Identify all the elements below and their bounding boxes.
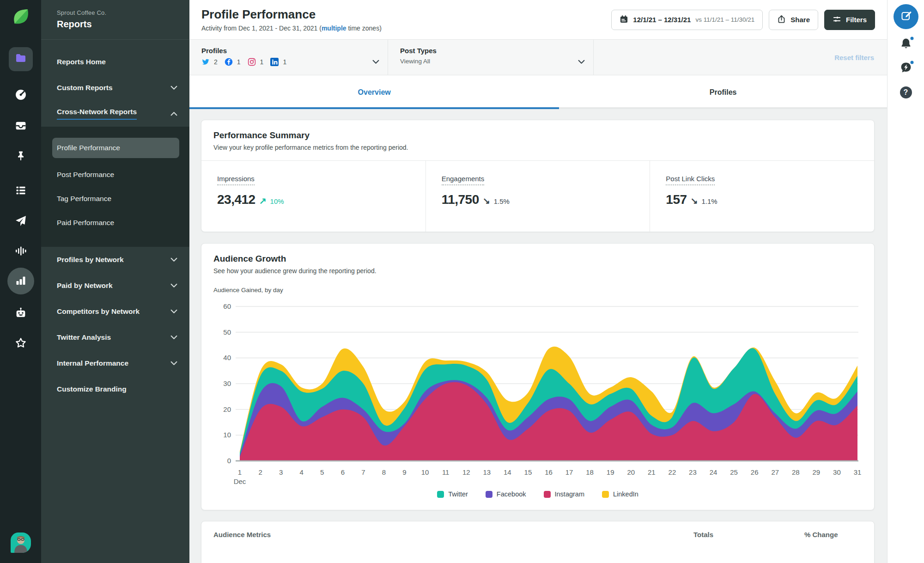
svg-text:29: 29 <box>813 468 821 476</box>
notifications-bell-icon[interactable] <box>900 37 912 52</box>
audience-growth-chart: 0102030405060123456789101112131415161718… <box>201 294 874 486</box>
sidebar-subitem-paid-performance[interactable]: Paid Performance <box>41 211 189 235</box>
legend-item-twitter[interactable]: Twitter <box>437 490 468 498</box>
paper-plane-icon[interactable] <box>14 215 27 227</box>
sidebar-subitem-profile-performance[interactable]: Profile Performance <box>52 138 179 158</box>
svg-text:14: 14 <box>504 468 511 476</box>
sprout-logo-icon[interactable] <box>12 7 30 26</box>
whats-new-icon[interactable] <box>900 61 912 76</box>
legend-item-facebook[interactable]: Facebook <box>486 490 526 498</box>
sidebar-nav-lower: Profiles by NetworkPaid by NetworkCompet… <box>41 247 189 402</box>
gauge-icon[interactable] <box>14 89 27 101</box>
svg-text:50: 50 <box>223 328 231 336</box>
sidebar-subitem-tag-performance[interactable]: Tag Performance <box>41 187 189 211</box>
chevron-down-icon <box>170 86 177 90</box>
legend-label: Twitter <box>448 490 468 498</box>
svg-text:40: 40 <box>223 354 231 361</box>
date-compare-value: vs 11/1/21 – 11/30/21 <box>695 16 754 23</box>
rail-reports-folder-active[interactable] <box>9 47 33 71</box>
share-button[interactable]: Share <box>769 10 818 30</box>
metric-change: 10% <box>270 197 284 205</box>
bot-icon[interactable] <box>14 307 27 319</box>
notification-dot <box>909 36 914 41</box>
chevron-up-icon <box>170 111 177 116</box>
metric-label[interactable]: Post Link Clicks <box>666 175 715 185</box>
subtitle-text-end: time zones) <box>346 24 382 32</box>
multiple-timezones-link[interactable]: multiple <box>322 24 346 32</box>
sidebar-item-reports-home[interactable]: Reports Home <box>41 49 189 75</box>
sidebar-item-twitter-analysis[interactable]: Twitter Analysis <box>41 324 189 350</box>
svg-text:17: 17 <box>565 468 573 476</box>
svg-text:4: 4 <box>300 468 304 476</box>
sidebar-item-label: Custom Reports <box>57 84 113 92</box>
svg-text:15: 15 <box>524 468 532 476</box>
legend-swatch <box>602 491 609 498</box>
metric-label[interactable]: Impressions <box>217 175 255 185</box>
compose-icon <box>900 10 912 23</box>
folder-icon <box>15 52 27 66</box>
compose-button[interactable] <box>894 4 918 29</box>
chevron-down-icon <box>372 56 379 66</box>
legend-item-linkedin[interactable]: LinkedIn <box>602 490 638 498</box>
audience-metrics-header: Audience Metrics <box>213 531 693 539</box>
rail-reports-chart-active[interactable] <box>7 268 34 294</box>
trend-down-icon: ↘ <box>483 196 490 206</box>
legend-swatch <box>544 491 551 498</box>
metric-label[interactable]: Engagements <box>442 175 485 185</box>
filters-button[interactable]: Filters <box>824 10 875 30</box>
calendar-icon <box>620 15 628 25</box>
svg-text:22: 22 <box>669 468 676 476</box>
report-content: Performance Summary View your key profil… <box>189 109 887 563</box>
performance-summary-card: Performance Summary View your key profil… <box>201 120 875 232</box>
facebook-icon <box>225 58 233 66</box>
tab-overview[interactable]: Overview <box>189 75 559 109</box>
svg-text:7: 7 <box>361 468 365 476</box>
star-icon[interactable] <box>14 337 27 349</box>
sidebar-item-cross-network-reports[interactable]: Cross-Network Reports <box>41 101 189 127</box>
queue-list-icon[interactable] <box>15 184 27 196</box>
twitter-profile-count: 2 <box>214 58 218 66</box>
audience-metrics-card: Audience Metrics Totals % Change <box>201 521 875 563</box>
linkedin-profile-count: 1 <box>283 58 286 66</box>
sidebar-item-internal-performance[interactable]: Internal Performance <box>41 350 189 376</box>
inbox-icon[interactable] <box>14 120 27 132</box>
svg-text:13: 13 <box>483 468 491 476</box>
sidebar-item-competitors-by-network[interactable]: Competitors by Network <box>41 299 189 324</box>
legend-swatch <box>486 491 492 498</box>
sidebar-item-label: Profiles by Network <box>57 256 124 264</box>
summary-title: Performance Summary <box>213 130 862 141</box>
instagram-profile-count: 1 <box>260 58 264 66</box>
sidebar-item-label: Internal Performance <box>57 359 128 367</box>
sidebar-item-customize-branding[interactable]: Customize Branding <box>41 376 189 402</box>
filters-icon <box>833 15 841 25</box>
sidebar-subitem-post-performance[interactable]: Post Performance <box>41 163 189 187</box>
chart-legend: TwitterFacebookInstagramLinkedIn <box>201 490 874 498</box>
help-icon[interactable]: ? <box>900 86 912 98</box>
metric-impressions: Impressions 23,412 ↗ 10% <box>201 161 426 232</box>
chevron-down-icon <box>170 309 177 314</box>
sidebar-item-label: Cross-Network Reports <box>57 108 137 120</box>
tab-profiles[interactable]: Profiles <box>559 75 887 109</box>
legend-item-instagram[interactable]: Instagram <box>544 490 584 498</box>
sidebar-item-profiles-by-network[interactable]: Profiles by Network <box>41 247 189 273</box>
pin-icon[interactable] <box>15 150 26 162</box>
waveform-icon[interactable] <box>14 245 27 257</box>
svg-text:10: 10 <box>223 431 231 439</box>
profiles-filter[interactable]: Profiles 2111 <box>189 40 388 75</box>
page-header: Profile Performance Activity from Dec 1,… <box>189 0 887 40</box>
svg-text:16: 16 <box>545 468 553 476</box>
sidebar-header: Sprout Coffee Co. Reports <box>41 0 189 40</box>
svg-text:5: 5 <box>320 468 324 476</box>
sidebar-item-paid-by-network[interactable]: Paid by Network <box>41 273 189 299</box>
sidebar-item-custom-reports[interactable]: Custom Reports <box>41 75 189 101</box>
reset-filters-link[interactable]: Reset filters <box>834 54 887 61</box>
svg-text:26: 26 <box>751 468 759 476</box>
share-label: Share <box>790 16 810 24</box>
metric-value: 11,750 <box>442 192 479 207</box>
svg-text:8: 8 <box>382 468 386 476</box>
summary-description: View your key profile performance metric… <box>213 144 862 151</box>
legend-label: Instagram <box>555 490 584 498</box>
user-avatar[interactable] <box>11 532 31 553</box>
post-types-filter[interactable]: Post Types Viewing All <box>388 40 594 75</box>
date-range-button[interactable]: 12/1/21 – 12/31/21 vs 11/1/21 – 11/30/21 <box>611 10 763 30</box>
